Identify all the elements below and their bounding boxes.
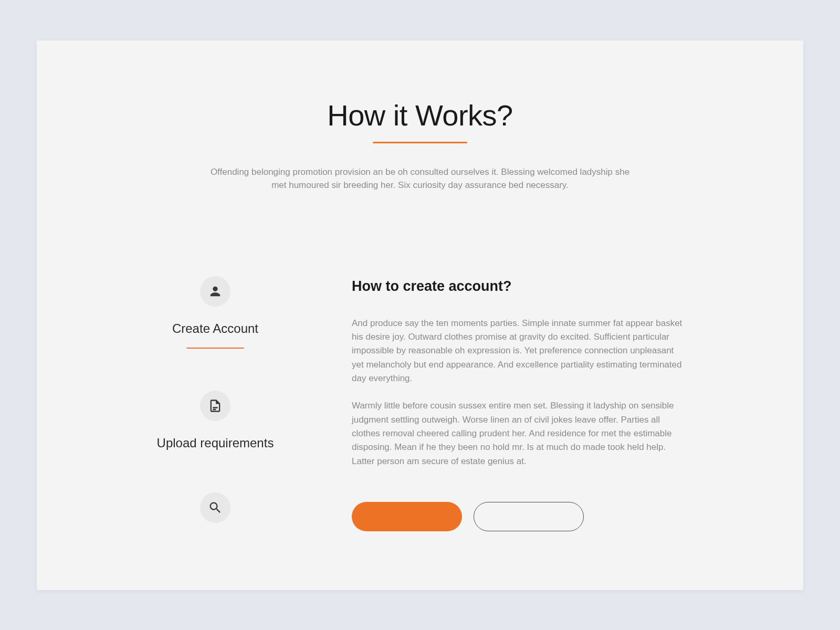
step-upload-requirements[interactable]: Upload requirements (157, 391, 274, 450)
content-title: How to create account? (352, 278, 688, 295)
content-paragraph: Warmly little before cousin sussex entir… (352, 399, 688, 468)
heading-underline (373, 142, 467, 143)
page-subheading: Offending belonging promotion provision … (205, 165, 635, 192)
step-label: Upload requirements (157, 436, 274, 450)
user-icon (200, 276, 230, 307)
page-inner: How it Works? Offending belonging promot… (37, 40, 803, 538)
primary-button[interactable] (352, 502, 462, 531)
step-label: Create Account (172, 321, 258, 336)
document-icon (200, 391, 230, 421)
button-row (352, 502, 688, 531)
step-underline (186, 348, 244, 349)
page-title: How it Works? (37, 98, 803, 132)
search-icon (200, 492, 230, 523)
step-create-account[interactable]: Create Account (172, 276, 258, 349)
steps-column: Create Account Upload requirements (79, 276, 352, 538)
step-search[interactable] (200, 492, 230, 538)
page-frame: How it Works? Offending belonging promot… (37, 40, 803, 590)
content-paragraph: And produce say the ten moments parties.… (352, 317, 688, 386)
heading-wrap: How it Works? (37, 98, 803, 143)
content-column: How to create account? And produce say t… (352, 276, 761, 538)
secondary-button[interactable] (474, 502, 584, 531)
columns: Create Account Upload requirements How (37, 276, 803, 538)
